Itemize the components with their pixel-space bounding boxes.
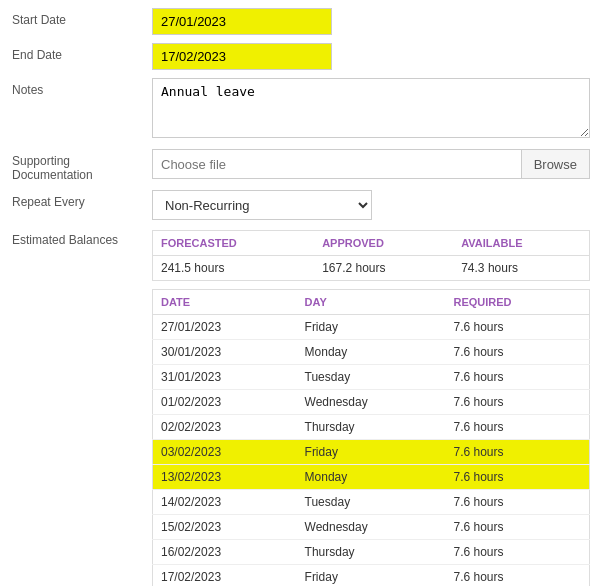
detail-row: 30/01/2023Monday7.6 hours: [153, 340, 590, 365]
detail-row: 02/02/2023Thursday7.6 hours: [153, 415, 590, 440]
notes-textarea[interactable]: Annual leave: [152, 78, 590, 138]
detail-cell-date: 02/02/2023: [153, 415, 297, 440]
balances-table: FORECASTED APPROVED AVAILABLE 241.5 hour…: [152, 230, 590, 281]
detail-cell-day: Wednesday: [297, 515, 446, 540]
detail-row: 14/02/2023Tuesday7.6 hours: [153, 490, 590, 515]
approved-header: APPROVED: [314, 231, 453, 256]
detail-cell-day: Friday: [297, 565, 446, 587]
detail-cell-day: Monday: [297, 465, 446, 490]
detail-cell-required: 7.6 hours: [445, 315, 589, 340]
day-header: DAY: [297, 290, 446, 315]
start-date-field: [152, 8, 590, 35]
detail-cell-day: Thursday: [297, 415, 446, 440]
available-value: 74.3 hours: [453, 256, 589, 281]
end-date-field: [152, 43, 590, 70]
detail-cell-date: 31/01/2023: [153, 365, 297, 390]
detail-cell-required: 7.6 hours: [445, 515, 589, 540]
detail-row: 15/02/2023Wednesday7.6 hours: [153, 515, 590, 540]
detail-cell-required: 7.6 hours: [445, 565, 589, 587]
detail-cell-day: Wednesday: [297, 390, 446, 415]
detail-header-row: DATE DAY REQUIRED: [153, 290, 590, 315]
detail-cell-date: 17/02/2023: [153, 565, 297, 587]
detail-cell-date: 03/02/2023: [153, 440, 297, 465]
detail-cell-date: 27/01/2023: [153, 315, 297, 340]
file-input[interactable]: [152, 149, 521, 179]
detail-cell-day: Tuesday: [297, 365, 446, 390]
detail-cell-date: 30/01/2023: [153, 340, 297, 365]
detail-row: 01/02/2023Wednesday7.6 hours: [153, 390, 590, 415]
start-date-label: Start Date: [12, 8, 152, 27]
detail-cell-required: 7.6 hours: [445, 540, 589, 565]
detail-cell-day: Friday: [297, 440, 446, 465]
repeat-every-select[interactable]: Non-Recurring Daily Weekly Monthly: [152, 190, 372, 220]
estimated-balances-label: Estimated Balances: [12, 228, 152, 247]
start-date-row: Start Date: [12, 8, 590, 35]
detail-cell-date: 15/02/2023: [153, 515, 297, 540]
detail-cell-required: 7.6 hours: [445, 490, 589, 515]
detail-cell-day: Thursday: [297, 540, 446, 565]
detail-cell-required: 7.6 hours: [445, 415, 589, 440]
form-container: Start Date End Date Notes Annual leave S…: [0, 0, 602, 586]
supporting-doc-label: Supporting Documentation: [12, 149, 152, 182]
detail-cell-required: 7.6 hours: [445, 365, 589, 390]
detail-cell-date: 14/02/2023: [153, 490, 297, 515]
repeat-every-label: Repeat Every: [12, 190, 152, 209]
browse-button[interactable]: Browse: [521, 149, 590, 179]
forecasted-header: FORECASTED: [153, 231, 315, 256]
detail-row: 03/02/2023Friday7.6 hours: [153, 440, 590, 465]
detail-cell-required: 7.6 hours: [445, 465, 589, 490]
notes-field: Annual leave: [152, 78, 590, 141]
estimated-balances-row: Estimated Balances FORECASTED APPROVED A…: [12, 228, 590, 586]
detail-cell-required: 7.6 hours: [445, 340, 589, 365]
detail-cell-required: 7.6 hours: [445, 440, 589, 465]
forecasted-value: 241.5 hours: [153, 256, 315, 281]
date-header: DATE: [153, 290, 297, 315]
detail-row: 27/01/2023Friday7.6 hours: [153, 315, 590, 340]
balances-header-row: FORECASTED APPROVED AVAILABLE: [153, 231, 590, 256]
detail-row: 17/02/2023Friday7.6 hours: [153, 565, 590, 587]
detail-row: 31/01/2023Tuesday7.6 hours: [153, 365, 590, 390]
end-date-input[interactable]: [152, 43, 332, 70]
detail-row: 13/02/2023Monday7.6 hours: [153, 465, 590, 490]
end-date-label: End Date: [12, 43, 152, 62]
start-date-input[interactable]: [152, 8, 332, 35]
end-date-row: End Date: [12, 43, 590, 70]
detail-row: 16/02/2023Thursday7.6 hours: [153, 540, 590, 565]
supporting-doc-field: Browse: [152, 149, 590, 179]
approved-value: 167.2 hours: [314, 256, 453, 281]
detail-cell-required: 7.6 hours: [445, 390, 589, 415]
supporting-doc-row: Supporting Documentation Browse: [12, 149, 590, 182]
notes-row: Notes Annual leave: [12, 78, 590, 141]
detail-cell-day: Monday: [297, 340, 446, 365]
detail-table: DATE DAY REQUIRED 27/01/2023Friday7.6 ho…: [152, 289, 590, 586]
repeat-every-field: Non-Recurring Daily Weekly Monthly: [152, 190, 590, 220]
detail-cell-day: Friday: [297, 315, 446, 340]
repeat-every-row: Repeat Every Non-Recurring Daily Weekly …: [12, 190, 590, 220]
detail-cell-date: 01/02/2023: [153, 390, 297, 415]
file-input-row: Browse: [152, 149, 590, 179]
detail-cell-day: Tuesday: [297, 490, 446, 515]
detail-cell-date: 16/02/2023: [153, 540, 297, 565]
notes-label: Notes: [12, 78, 152, 97]
required-header: REQUIRED: [445, 290, 589, 315]
tables-wrapper: FORECASTED APPROVED AVAILABLE 241.5 hour…: [152, 228, 590, 586]
available-header: AVAILABLE: [453, 231, 589, 256]
balances-value-row: 241.5 hours 167.2 hours 74.3 hours: [153, 256, 590, 281]
detail-cell-date: 13/02/2023: [153, 465, 297, 490]
